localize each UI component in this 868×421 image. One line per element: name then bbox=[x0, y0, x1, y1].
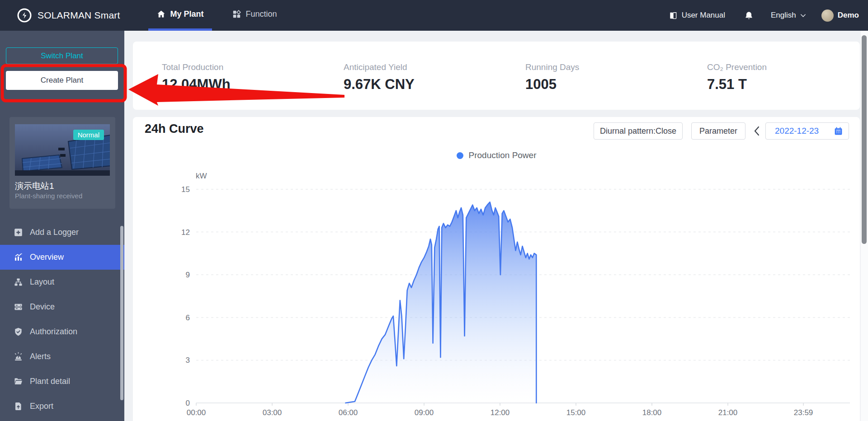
brand-name: SOLARMAN Smart bbox=[38, 10, 120, 21]
stat-label: Anticipated Yield bbox=[344, 62, 496, 72]
function-icon bbox=[232, 9, 241, 19]
svg-text:03:00: 03:00 bbox=[263, 408, 282, 417]
layout-icon bbox=[14, 277, 23, 287]
svg-text:21:00: 21:00 bbox=[718, 408, 738, 417]
sidebar-item-label: Add a Logger bbox=[30, 228, 79, 237]
sidebar-item-overview[interactable]: Overview bbox=[0, 245, 124, 270]
top-navbar: SOLARMAN Smart My PlantFunction User Man… bbox=[0, 0, 868, 31]
bell-icon bbox=[744, 11, 754, 20]
create-plant-button[interactable]: Create Plant bbox=[6, 71, 118, 90]
solarman-logo-icon bbox=[16, 7, 33, 23]
sidebar-item-alerts[interactable]: Alerts bbox=[0, 344, 124, 369]
user-manual-label: User Manual bbox=[682, 11, 725, 20]
production-power-chart[interactable]: 03691215kW00:0003:0006:0009:0012:0015:00… bbox=[133, 117, 860, 421]
sidebar-item-add-a-logger[interactable]: Add a Logger bbox=[0, 220, 124, 245]
chevron-down-icon bbox=[800, 14, 806, 18]
stat-label: Running Days bbox=[525, 62, 678, 72]
svg-text:12: 12 bbox=[181, 228, 190, 237]
svg-text:06:00: 06:00 bbox=[339, 408, 358, 417]
stat-running-days: Running Days1005 bbox=[496, 42, 678, 110]
nav-tab-label: My Plant bbox=[170, 9, 204, 19]
plant-name: 演示电站1 bbox=[15, 180, 54, 192]
sidebar-scrollbar[interactable] bbox=[120, 226, 123, 400]
svg-text:15:00: 15:00 bbox=[566, 408, 586, 417]
nav-tab-label: Function bbox=[246, 9, 277, 19]
nav-tab-my-plant[interactable]: My Plant bbox=[148, 0, 212, 31]
stat-total-production: Total Production12.04MWh bbox=[133, 42, 315, 110]
svg-text:00:00: 00:00 bbox=[187, 408, 206, 417]
sidebar-item-label: Device bbox=[30, 302, 55, 312]
stat-value: 7.51 T bbox=[707, 76, 860, 93]
sidebar-item-label: Layout bbox=[30, 277, 54, 287]
nav-tab-function[interactable]: Function bbox=[224, 0, 285, 31]
stat-value: 12.04MWh bbox=[162, 76, 315, 93]
navbar-right: User Manual English Demo bbox=[669, 9, 859, 22]
authorization-icon bbox=[14, 327, 23, 337]
sidebar-item-label: Overview bbox=[30, 253, 64, 262]
plant-card[interactable]: Normal 演示电站1 Plant-sharing received bbox=[9, 117, 115, 209]
alerts-icon bbox=[14, 352, 23, 361]
user-profile[interactable]: Demo bbox=[821, 9, 859, 22]
notifications-button[interactable] bbox=[744, 11, 754, 20]
app-root: SOLARMAN Smart My PlantFunction User Man… bbox=[0, 0, 868, 421]
sidebar: Switch Plant Create Plant bbox=[0, 31, 124, 421]
avatar bbox=[821, 9, 834, 22]
brand: SOLARMAN Smart bbox=[16, 7, 120, 23]
stat-co-prevention: CO₂ Prevention7.51 T bbox=[678, 42, 860, 110]
svg-text:kW: kW bbox=[196, 172, 207, 180]
svg-text:23:59: 23:59 bbox=[794, 408, 813, 417]
plant-photo: Normal bbox=[15, 124, 110, 176]
sidebar-item-plant-detail[interactable]: Plant detail bbox=[0, 369, 124, 394]
status-badge: Normal bbox=[73, 130, 104, 140]
home-icon bbox=[156, 9, 166, 19]
svg-text:15: 15 bbox=[181, 185, 190, 194]
sidebar-item-layout[interactable]: Layout bbox=[0, 270, 124, 295]
sidebar-item-export[interactable]: Export bbox=[0, 394, 124, 419]
plant-sharing-status: Plant-sharing received bbox=[15, 192, 82, 200]
svg-text:3: 3 bbox=[186, 356, 190, 365]
svg-text:0: 0 bbox=[186, 399, 190, 407]
device-icon bbox=[14, 302, 23, 312]
svg-text:6: 6 bbox=[186, 313, 190, 322]
add-logger-icon bbox=[14, 228, 23, 237]
sidebar-item-label: Plant detail bbox=[30, 377, 70, 386]
svg-text:12:00: 12:00 bbox=[491, 408, 510, 417]
username: Demo bbox=[838, 11, 859, 20]
sidebar-item-label: Alerts bbox=[30, 352, 51, 361]
stat-value: 9.67K CNY bbox=[344, 76, 496, 93]
language-label: English bbox=[771, 11, 796, 20]
stat-anticipated-yield: Anticipated Yield9.67K CNY bbox=[315, 42, 496, 110]
export-icon bbox=[14, 402, 23, 411]
stat-label: CO₂ Prevention bbox=[707, 62, 860, 72]
svg-text:9: 9 bbox=[186, 271, 190, 279]
book-icon bbox=[669, 11, 678, 20]
sidebar-menu: Add a LoggerOverviewLayoutDeviceAuthoriz… bbox=[0, 220, 124, 419]
user-manual-link[interactable]: User Manual bbox=[669, 11, 725, 20]
page-scrollbar-thumb[interactable] bbox=[862, 35, 867, 244]
curve-card: 24h Curve Diurnal pattern:Close Paramete… bbox=[133, 117, 860, 421]
svg-text:09:00: 09:00 bbox=[415, 408, 434, 417]
switch-plant-button[interactable]: Switch Plant bbox=[6, 47, 118, 64]
sidebar-item-device[interactable]: Device bbox=[0, 295, 124, 319]
plant-detail-icon bbox=[14, 377, 23, 386]
stat-value: 1005 bbox=[525, 76, 678, 93]
sidebar-item-authorization[interactable]: Authorization bbox=[0, 319, 124, 344]
overview-icon bbox=[14, 253, 23, 262]
language-selector[interactable]: English bbox=[771, 11, 806, 20]
sidebar-item-label: Authorization bbox=[30, 327, 77, 337]
main-nav-tabs: My PlantFunction bbox=[148, 0, 297, 31]
stat-label: Total Production bbox=[162, 62, 315, 72]
plant-stats-card: Total Production12.04MWhAnticipated Yiel… bbox=[133, 42, 860, 110]
sidebar-item-label: Export bbox=[30, 402, 53, 411]
page-scrollbar[interactable] bbox=[861, 31, 868, 421]
svg-text:18:00: 18:00 bbox=[642, 408, 662, 417]
